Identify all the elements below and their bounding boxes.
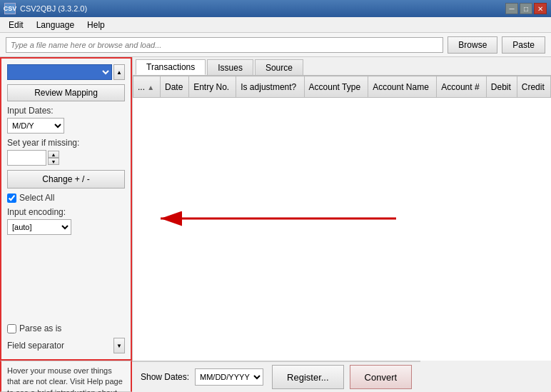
menu-help[interactable]: Help — [81, 19, 111, 31]
window-controls: ─ □ ✕ — [505, 3, 547, 14]
encoding-label: Input encoding: — [7, 207, 125, 217]
show-dates-label: Show Dates: — [141, 372, 189, 382]
input-dates-label: Input Dates: — [7, 106, 125, 116]
field-separator-row: Field separator ▼ — [7, 338, 125, 353]
sort-icon: ▲ — [147, 84, 154, 91]
date-format-select[interactable]: M/D/Y — [7, 118, 64, 134]
title-bar: CSV CSV2QBJ (3.3.2.0) ─ □ ✕ — [0, 0, 551, 17]
col-entry-no[interactable]: Entry No. — [189, 76, 236, 98]
input-dates-section: Input Dates: M/D/Y — [7, 106, 125, 134]
source-dropdown[interactable] — [7, 64, 112, 80]
right-panel: Transactions Issues Source ... ▲ Date — [132, 57, 551, 361]
encoding-section: Input encoding: [auto] — [7, 207, 125, 235]
set-year-label: Set year if missing: — [7, 138, 125, 148]
show-dates-section: Show Dates: MM/DD/YYYY — [141, 368, 263, 386]
tab-issues[interactable]: Issues — [207, 59, 253, 75]
menu-bar: Edit Language Help — [0, 17, 551, 33]
source-dropdown-row: ▲ — [7, 64, 125, 80]
scroll-up-button[interactable]: ▲ — [113, 64, 125, 80]
tabs-bar: Transactions Issues Source — [133, 57, 551, 76]
minimize-button[interactable]: ─ — [505, 3, 518, 14]
year-spinner-buttons: ▲ ▼ — [48, 151, 59, 165]
select-all-label: Select All — [19, 193, 54, 203]
arrow-annotation — [153, 190, 425, 247]
menu-language[interactable]: Language — [31, 19, 80, 31]
col-date[interactable]: Date — [161, 76, 189, 98]
help-text: Hover your mouse over things that are no… — [7, 366, 123, 392]
col-credit[interactable]: Credit — [517, 76, 550, 98]
paste-button[interactable]: Paste — [502, 36, 545, 54]
main-area: ▲ Review Mapping Input Dates: M/D/Y Set … — [0, 57, 551, 361]
maximize-button[interactable]: □ — [520, 3, 532, 14]
col-account-type[interactable]: Account Type — [304, 76, 368, 98]
table-area: ... ▲ Date Entry No. Is adjustment? Acco… — [133, 76, 551, 361]
parse-as-is-label: Parse as is — [19, 323, 61, 333]
tab-transactions[interactable]: Transactions — [136, 59, 206, 75]
transactions-table: ... ▲ Date Entry No. Is adjustment? Acco… — [133, 76, 551, 98]
col-debit[interactable]: Debit — [486, 76, 517, 98]
field-sep-dropdown-arrow[interactable]: ▼ — [113, 338, 125, 353]
year-input[interactable]: 2018 — [7, 150, 46, 166]
file-bar: Browse Paste — [0, 33, 551, 57]
file-path-input[interactable] — [6, 37, 443, 53]
browse-button[interactable]: Browse — [448, 36, 497, 54]
register-button[interactable]: Register... — [272, 365, 344, 389]
menu-edit[interactable]: Edit — [3, 19, 29, 31]
bottom-buttons: Register... Convert — [272, 365, 412, 389]
parse-as-is-row: Parse as is — [7, 323, 125, 333]
year-increment-button[interactable]: ▲ — [48, 151, 59, 158]
review-mapping-button[interactable]: Review Mapping — [7, 84, 125, 101]
show-dates-select[interactable]: MM/DD/YYYY — [195, 368, 263, 386]
bottom-row: Hover your mouse over things that are no… — [0, 361, 551, 392]
col-is-adjustment[interactable]: Is adjustment? — [236, 76, 304, 98]
convert-button[interactable]: Convert — [350, 365, 413, 389]
app-title: CSV2QBJ (3.3.2.0) — [20, 4, 87, 13]
close-button[interactable]: ✕ — [534, 3, 547, 14]
encoding-select[interactable]: [auto] — [7, 219, 71, 235]
help-text-area: Hover your mouse over things that are no… — [0, 361, 132, 392]
col-indicator[interactable]: ... ▲ — [133, 76, 161, 98]
col-account-name[interactable]: Account Name — [368, 76, 437, 98]
parse-as-is-checkbox[interactable] — [7, 324, 16, 333]
set-year-section: Set year if missing: 2018 ▲ ▼ — [7, 138, 125, 166]
tab-source[interactable]: Source — [255, 59, 303, 75]
left-panel: ▲ Review Mapping Input Dates: M/D/Y Set … — [0, 57, 132, 361]
field-separator-label: Field separator — [7, 341, 64, 351]
bottom-bar: Show Dates: MM/DD/YYYY Register... Conve… — [132, 361, 420, 392]
year-decrement-button[interactable]: ▼ — [48, 158, 59, 165]
change-button[interactable]: Change + / - — [7, 170, 125, 189]
col-account-hash[interactable]: Account # — [437, 76, 487, 98]
select-all-checkbox[interactable] — [7, 194, 16, 203]
select-all-row: Select All — [7, 193, 125, 203]
app-icon: CSV — [4, 3, 16, 14]
